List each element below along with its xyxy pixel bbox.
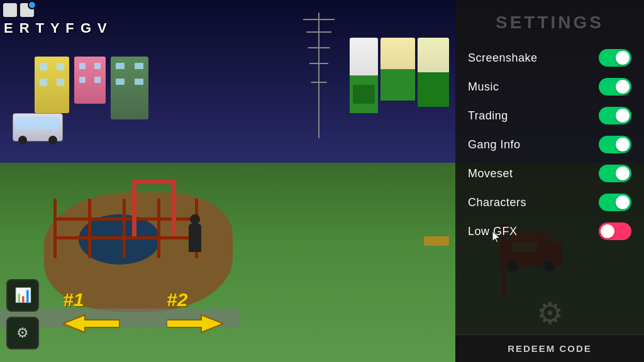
redeem-code-bar[interactable]: REDEEM CODE [455,334,644,362]
setting-trading: Trading [468,103,631,128]
trading-knob [616,109,630,123]
arrow-2-container: #2 [167,289,223,338]
gear-button[interactable]: ⚙ [6,317,39,349]
roblox-icons [3,3,34,17]
left-buildings [35,57,148,119]
keyboard-shortcuts: E R T Y F G V [0,19,112,38]
swing-frame [132,180,176,236]
chart-button[interactable]: 📊 [6,279,39,312]
keyboard-keys: E R T Y F G V [0,19,112,38]
low-gfx-toggle[interactable] [599,222,631,240]
setting-music: Music [468,74,631,99]
screenshake-label: Screenshake [468,52,538,65]
gang-info-toggle[interactable] [599,136,631,153]
roblox-icon-1 [3,3,17,17]
gear-icon: ⚙ [16,325,29,341]
music-knob [616,80,630,94]
bus [13,113,63,141]
setting-screenshake: Screenshake [468,45,631,70]
trading-label: Trading [468,109,508,123]
pink-building [74,57,106,104]
low-gfx-label: Low GFX [468,225,518,238]
arrow-2-shape [167,312,223,336]
moveset-knob [616,167,630,180]
fence [53,199,198,258]
arrow-2-label: #2 [167,289,223,310]
music-toggle[interactable] [599,78,631,96]
power-tower [309,13,328,138]
moveset-toggle[interactable] [599,165,631,182]
right-buildings [350,38,449,113]
green-building [111,57,148,119]
moveset-label: Moveset [468,167,513,180]
svg-marker-1 [63,315,119,332]
characters-knob [616,195,630,209]
arrow-1-container: #1 [63,289,119,338]
white-building [350,38,378,113]
gang-info-knob [616,138,630,151]
music-label: Music [468,80,499,94]
screenshake-knob [616,51,630,65]
gang-info-label: Gang Info [468,138,521,151]
setting-gang-info: Gang Info [468,132,631,157]
setting-low-gfx: Low GFX [468,219,631,244]
arrow-1-shape [63,312,119,336]
low-gfx-knob [601,224,614,238]
arrow-1-label: #1 [63,289,119,310]
setting-characters: Characters [468,190,631,215]
settings-list: Screenshake Music Trading Gang Info [455,45,644,244]
character-silhouette [189,224,201,252]
cream-building [380,38,415,101]
characters-label: Characters [468,196,526,209]
chart-icon: 📊 [14,287,31,304]
svg-marker-2 [167,315,223,332]
bottom-left-ui: 📊 ⚙ [6,279,39,349]
tan-building [418,38,449,107]
screenshake-toggle[interactable] [599,49,631,67]
yellow-building [35,57,69,113]
setting-moveset: Moveset [468,161,631,186]
bench2 [424,236,449,246]
redeem-code-label: REDEEM CODE [508,343,592,354]
roblox-icon-2 [20,3,34,17]
settings-panel: SETTINGS Screenshake Music Trading Gang … [455,0,644,362]
gear-decoration: ⚙ [536,295,564,331]
characters-toggle[interactable] [599,194,631,211]
trading-toggle[interactable] [599,107,631,124]
settings-title: SETTINGS [496,13,604,33]
